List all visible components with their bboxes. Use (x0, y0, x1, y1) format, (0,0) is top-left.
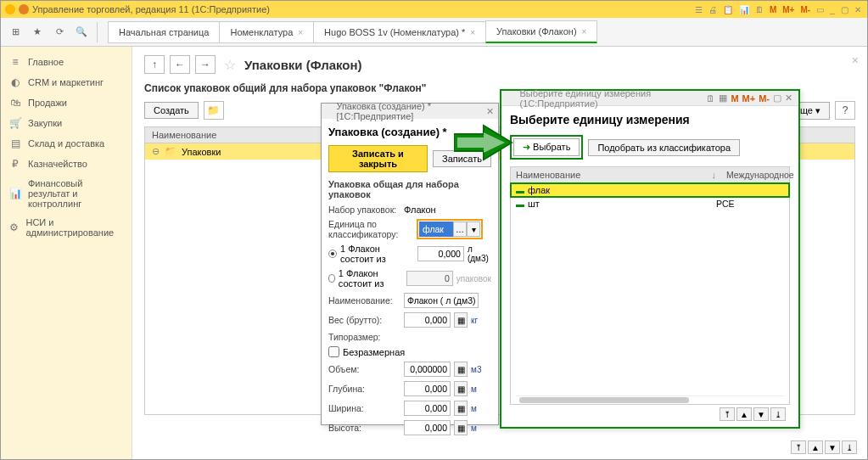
width-unit-link[interactable]: м (471, 404, 477, 413)
maximize-icon[interactable]: ▢ (841, 5, 848, 14)
nav-up-icon[interactable]: ▲ (808, 440, 823, 454)
nav-down-icon[interactable]: ▼ (825, 440, 840, 454)
tb-print-icon[interactable]: 🖨 (708, 5, 717, 14)
tab-close-icon[interactable]: × (470, 28, 475, 37)
nav-up-icon[interactable]: ▲ (736, 407, 752, 421)
tb-window-icon[interactable]: ▭ (816, 5, 824, 14)
nav-down-icon[interactable]: ▼ (753, 407, 769, 421)
volume-input[interactable] (404, 362, 451, 377)
col-intl-header[interactable]: Международное (721, 167, 789, 182)
dialog-close-icon[interactable]: ✕ (486, 106, 494, 117)
volume-calc-icon[interactable]: ▦ (454, 362, 468, 377)
list-nav-buttons: ⤒ ▲ ▼ ⤓ (791, 440, 857, 454)
tab-packaging[interactable]: Упаковки (Флакон)× (485, 20, 597, 43)
tab-start-page[interactable]: Начальная страница (108, 21, 220, 43)
tb-grid-icon[interactable]: ▦ (719, 93, 727, 104)
name-input[interactable] (404, 293, 479, 308)
weight-calc-icon[interactable]: ▦ (454, 312, 468, 328)
apps-icon[interactable]: ⊞ (5, 22, 25, 42)
table-row[interactable]: ▬ шт PCE (511, 197, 789, 210)
save-close-button[interactable]: Записать и закрыть (328, 145, 428, 172)
close-icon[interactable]: ✕ (854, 5, 861, 14)
radio1-value-input[interactable] (417, 246, 464, 261)
tb-mminus-icon[interactable]: M- (801, 5, 811, 14)
tb-mminus-icon[interactable]: M- (759, 93, 770, 104)
history-icon[interactable]: ⟳ (49, 22, 70, 42)
depth-unit-link[interactable]: м (471, 384, 477, 394)
tb-clip-icon[interactable]: 📋 (723, 5, 733, 14)
sidebar-item-admin[interactable]: ⚙НСИ и администрирование (1, 213, 132, 242)
select-button[interactable]: ➜ Выбрать (513, 138, 580, 156)
radio-packages[interactable] (328, 274, 335, 283)
depth-input[interactable] (404, 381, 451, 396)
minimize-icon[interactable]: _ (830, 5, 835, 14)
tb-calendar-icon[interactable]: 🗓 (706, 93, 715, 104)
up-button[interactable]: ↑ (144, 55, 165, 74)
close-icon[interactable]: ✕ (785, 93, 792, 104)
sidebar-item-main[interactable]: ≡Главное (1, 52, 132, 72)
classifier-dropdown-icon[interactable]: … (453, 222, 467, 237)
tab-hugo-boss[interactable]: Hugo BOSS 1v (Номенклатура) *× (313, 21, 486, 43)
sidebar-item-sales[interactable]: 🛍Продажи (1, 93, 132, 113)
classifier-label: Единица по классификатору: (328, 219, 413, 239)
col-name-header[interactable]: Наименование ↓ (511, 167, 721, 182)
nav-bottom-icon[interactable]: ⤓ (842, 440, 857, 454)
width-input[interactable] (404, 401, 451, 416)
tab-close-icon[interactable]: × (582, 27, 587, 36)
nav-top-icon[interactable]: ⤒ (720, 407, 735, 421)
width-calc-icon[interactable]: ▦ (454, 401, 468, 416)
sidebar-item-finance[interactable]: 📊Финансовый результат и контроллинг (1, 174, 132, 213)
weight-unit-link[interactable]: кг (471, 316, 478, 325)
horizontal-scrollbar[interactable] (519, 397, 689, 403)
radio1-unit: л (дм3) (468, 244, 491, 263)
sidebar-item-crm[interactable]: ◐CRM и маркетинг (1, 72, 132, 93)
nosize-checkbox[interactable] (328, 346, 339, 357)
close-page-icon[interactable]: × (852, 53, 859, 67)
classifier-lookup-button[interactable]: Подобрать из классификатора (588, 139, 740, 156)
tb-m-icon[interactable]: M (731, 93, 738, 104)
sidebar-item-treasury[interactable]: ₽Казначейство (1, 154, 132, 174)
nav-bottom-icon[interactable]: ⤓ (770, 407, 786, 421)
star-outline-icon[interactable]: ☆ (224, 57, 236, 73)
radio-volume[interactable] (328, 250, 337, 258)
tb-calendar-icon[interactable]: 🗓 (755, 5, 764, 14)
tb-m-icon[interactable]: M (770, 5, 776, 14)
sidebar-item-purchases[interactable]: 🛒Закупки (1, 113, 132, 133)
volume-unit-link[interactable]: м3 (471, 365, 481, 374)
favorite-icon[interactable]: ★ (27, 22, 48, 42)
create-button[interactable]: Создать (144, 102, 199, 119)
weight-input[interactable] (404, 312, 451, 328)
titlebar-right: ☰ 🖨 📋 📊 🗓 M M+ M- ▭ _ ▢ ✕ (693, 4, 863, 14)
select-arrow-icon: ➜ (523, 142, 533, 152)
section-label: Упаковка общая для набора упаковок (328, 179, 491, 199)
search-icon[interactable]: 🔍 (71, 22, 92, 42)
set-value: Флакон (404, 205, 436, 215)
depth-calc-icon[interactable]: ▦ (454, 381, 468, 396)
select-unit-dialog: Выберите единицу измерения (1С:Предприят… (500, 89, 800, 429)
tb-menu-icon[interactable]: ☰ (695, 5, 703, 14)
sidebar-item-warehouse[interactable]: ▤Склад и доставка (1, 133, 132, 154)
dialog-title: Выберите единицу измерения (1С:Предприят… (519, 88, 699, 109)
tb-chart-icon[interactable]: 📊 (739, 5, 749, 14)
height-label: Высота: (328, 423, 400, 433)
tab-close-icon[interactable]: × (298, 28, 303, 37)
nav-top-icon[interactable]: ⤒ (791, 440, 806, 454)
forward-button[interactable]: → (195, 55, 216, 74)
create-folder-button[interactable]: 📁 (204, 101, 224, 120)
height-calc-icon[interactable]: ▦ (454, 420, 468, 435)
classifier-input[interactable] (419, 222, 453, 237)
tab-nomenclature[interactable]: Номенклатура× (219, 21, 314, 43)
back-button[interactable]: ← (170, 55, 190, 74)
classifier-open-icon[interactable]: ▾ (467, 222, 480, 237)
sidebar-nav: ≡Главное ◐CRM и маркетинг 🛍Продажи 🛒Заку… (1, 47, 132, 459)
height-unit-link[interactable]: м (471, 424, 477, 433)
table-row[interactable]: ▬ флак (511, 183, 789, 197)
dialog-icon (326, 107, 333, 115)
document-tabs: Начальная страница Номенклатура× Hugo BO… (108, 20, 596, 43)
folder-icon: 📁 (165, 146, 176, 157)
tb-mplus-icon[interactable]: M+ (782, 5, 794, 14)
height-input[interactable] (404, 420, 451, 435)
tb-mplus-icon[interactable]: M+ (742, 93, 756, 104)
maximize-icon[interactable]: ▢ (773, 93, 781, 104)
help-button[interactable]: ? (835, 101, 855, 120)
